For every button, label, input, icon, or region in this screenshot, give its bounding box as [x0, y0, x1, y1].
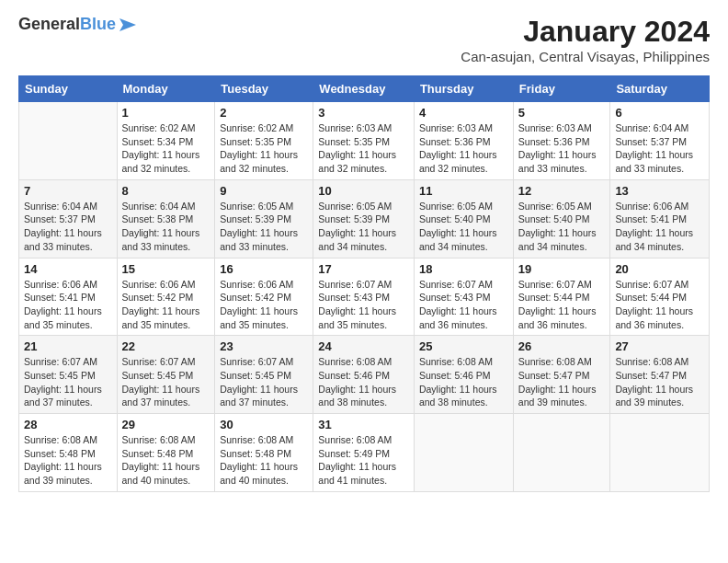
day-number: 11	[419, 184, 508, 198]
calendar-cell: 28Sunrise: 6:08 AMSunset: 5:48 PMDayligh…	[19, 414, 118, 492]
calendar-cell: 13Sunrise: 6:06 AMSunset: 5:41 PMDayligh…	[610, 179, 710, 258]
day-info: Sunrise: 6:04 AMSunset: 5:37 PMDaylight:…	[24, 200, 112, 254]
day-number: 27	[615, 339, 704, 353]
day-info: Sunrise: 6:06 AMSunset: 5:41 PMDaylight:…	[615, 200, 704, 254]
calendar-cell: 23Sunrise: 6:07 AMSunset: 5:45 PMDayligh…	[215, 336, 313, 414]
day-number: 7	[24, 184, 112, 198]
day-number: 18	[419, 262, 508, 276]
calendar-cell: 19Sunrise: 6:07 AMSunset: 5:44 PMDayligh…	[513, 258, 610, 336]
day-number: 26	[518, 339, 606, 353]
calendar-cell: 24Sunrise: 6:08 AMSunset: 5:46 PMDayligh…	[313, 336, 415, 414]
day-info: Sunrise: 6:05 AMSunset: 5:39 PMDaylight:…	[318, 200, 409, 254]
day-info: Sunrise: 6:04 AMSunset: 5:37 PMDaylight:…	[615, 121, 704, 176]
logo-icon	[118, 17, 138, 33]
week-row-2: 7Sunrise: 6:04 AMSunset: 5:37 PMDaylight…	[19, 179, 710, 258]
day-number: 14	[24, 262, 112, 276]
calendar-cell: 10Sunrise: 6:05 AMSunset: 5:39 PMDayligh…	[313, 179, 415, 258]
calendar-cell: 20Sunrise: 6:07 AMSunset: 5:44 PMDayligh…	[610, 258, 710, 336]
calendar-cell: 31Sunrise: 6:08 AMSunset: 5:49 PMDayligh…	[313, 414, 415, 492]
calendar-cell: 2Sunrise: 6:02 AMSunset: 5:35 PMDaylight…	[215, 102, 313, 180]
day-info: Sunrise: 6:08 AMSunset: 5:47 PMDaylight:…	[518, 355, 606, 409]
weekday-header-thursday: Thursday	[414, 76, 513, 102]
weekday-header-row: SundayMondayTuesdayWednesdayThursdayFrid…	[19, 76, 710, 102]
day-number: 23	[220, 339, 308, 353]
day-number: 28	[24, 418, 112, 431]
weekday-header-tuesday: Tuesday	[215, 76, 313, 102]
day-number: 21	[24, 339, 112, 353]
calendar-cell: 3Sunrise: 6:03 AMSunset: 5:35 PMDaylight…	[313, 102, 415, 180]
weekday-header-friday: Friday	[513, 76, 610, 102]
calendar-cell: 1Sunrise: 6:02 AMSunset: 5:34 PMDaylight…	[117, 102, 215, 180]
day-number: 10	[318, 184, 409, 198]
day-number: 25	[419, 339, 508, 353]
calendar-cell: 30Sunrise: 6:08 AMSunset: 5:48 PMDayligh…	[215, 414, 313, 492]
logo: GeneralBlue	[18, 15, 138, 34]
day-info: Sunrise: 6:05 AMSunset: 5:39 PMDaylight:…	[220, 200, 308, 254]
day-info: Sunrise: 6:02 AMSunset: 5:34 PMDaylight:…	[122, 121, 210, 176]
day-number: 19	[518, 262, 606, 276]
calendar-cell: 12Sunrise: 6:05 AMSunset: 5:40 PMDayligh…	[513, 179, 610, 258]
calendar-cell: 6Sunrise: 6:04 AMSunset: 5:37 PMDaylight…	[610, 102, 710, 180]
calendar-table: SundayMondayTuesdayWednesdayThursdayFrid…	[18, 75, 710, 492]
week-row-1: 1Sunrise: 6:02 AMSunset: 5:34 PMDaylight…	[19, 102, 710, 180]
calendar-cell	[19, 102, 118, 180]
day-info: Sunrise: 6:04 AMSunset: 5:38 PMDaylight:…	[122, 200, 210, 254]
day-info: Sunrise: 6:07 AMSunset: 5:45 PMDaylight:…	[122, 355, 210, 409]
location-title: Can-asujan, Central Visayas, Philippines	[461, 49, 710, 64]
day-info: Sunrise: 6:06 AMSunset: 5:42 PMDaylight:…	[122, 278, 210, 332]
calendar-cell: 14Sunrise: 6:06 AMSunset: 5:41 PMDayligh…	[19, 258, 118, 336]
calendar-cell: 18Sunrise: 6:07 AMSunset: 5:43 PMDayligh…	[414, 258, 513, 336]
day-number: 9	[220, 184, 308, 198]
day-info: Sunrise: 6:08 AMSunset: 5:48 PMDaylight:…	[24, 433, 112, 488]
day-info: Sunrise: 6:07 AMSunset: 5:43 PMDaylight:…	[318, 278, 409, 332]
calendar-cell: 8Sunrise: 6:04 AMSunset: 5:38 PMDaylight…	[117, 179, 215, 258]
day-number: 5	[518, 106, 606, 120]
calendar-cell: 29Sunrise: 6:08 AMSunset: 5:48 PMDayligh…	[117, 414, 215, 492]
day-number: 20	[615, 262, 704, 276]
day-info: Sunrise: 6:07 AMSunset: 5:45 PMDaylight:…	[24, 355, 112, 409]
calendar-cell: 27Sunrise: 6:08 AMSunset: 5:47 PMDayligh…	[610, 336, 710, 414]
day-info: Sunrise: 6:08 AMSunset: 5:48 PMDaylight:…	[122, 433, 210, 488]
calendar-cell: 16Sunrise: 6:06 AMSunset: 5:42 PMDayligh…	[215, 258, 313, 336]
calendar-cell: 22Sunrise: 6:07 AMSunset: 5:45 PMDayligh…	[117, 336, 215, 414]
weekday-header-saturday: Saturday	[610, 76, 710, 102]
day-info: Sunrise: 6:03 AMSunset: 5:36 PMDaylight:…	[518, 121, 606, 176]
day-number: 17	[318, 262, 409, 276]
calendar-cell	[610, 414, 710, 492]
calendar-cell: 15Sunrise: 6:06 AMSunset: 5:42 PMDayligh…	[117, 258, 215, 336]
day-info: Sunrise: 6:07 AMSunset: 5:44 PMDaylight:…	[615, 278, 704, 332]
day-number: 12	[518, 184, 606, 198]
day-info: Sunrise: 6:07 AMSunset: 5:44 PMDaylight:…	[518, 278, 606, 332]
day-info: Sunrise: 6:05 AMSunset: 5:40 PMDaylight:…	[518, 200, 606, 254]
week-row-3: 14Sunrise: 6:06 AMSunset: 5:41 PMDayligh…	[19, 258, 710, 336]
day-info: Sunrise: 6:02 AMSunset: 5:35 PMDaylight:…	[220, 121, 308, 176]
calendar-cell: 7Sunrise: 6:04 AMSunset: 5:37 PMDaylight…	[19, 179, 118, 258]
calendar-cell	[414, 414, 513, 492]
day-number: 16	[220, 262, 308, 276]
day-info: Sunrise: 6:03 AMSunset: 5:36 PMDaylight:…	[419, 121, 508, 176]
day-number: 3	[318, 106, 409, 120]
week-row-5: 28Sunrise: 6:08 AMSunset: 5:48 PMDayligh…	[19, 414, 710, 492]
day-info: Sunrise: 6:08 AMSunset: 5:49 PMDaylight:…	[318, 433, 409, 488]
weekday-header-monday: Monday	[117, 76, 215, 102]
page-header: GeneralBlue January 2024 Can-asujan, Cen…	[18, 15, 710, 64]
day-info: Sunrise: 6:07 AMSunset: 5:45 PMDaylight:…	[220, 355, 308, 409]
calendar-cell: 26Sunrise: 6:08 AMSunset: 5:47 PMDayligh…	[513, 336, 610, 414]
calendar-cell: 9Sunrise: 6:05 AMSunset: 5:39 PMDaylight…	[215, 179, 313, 258]
day-number: 2	[220, 106, 308, 120]
month-title: January 2024	[461, 15, 710, 49]
calendar-cell	[513, 414, 610, 492]
week-row-4: 21Sunrise: 6:07 AMSunset: 5:45 PMDayligh…	[19, 336, 710, 414]
calendar-cell: 4Sunrise: 6:03 AMSunset: 5:36 PMDaylight…	[414, 102, 513, 180]
day-number: 8	[122, 184, 210, 198]
day-info: Sunrise: 6:08 AMSunset: 5:47 PMDaylight:…	[615, 355, 704, 409]
day-number: 1	[122, 106, 210, 120]
weekday-header-sunday: Sunday	[19, 76, 118, 102]
day-number: 15	[122, 262, 210, 276]
day-number: 24	[318, 339, 409, 353]
day-info: Sunrise: 6:08 AMSunset: 5:46 PMDaylight:…	[419, 355, 508, 409]
day-info: Sunrise: 6:06 AMSunset: 5:42 PMDaylight:…	[220, 278, 308, 332]
weekday-header-wednesday: Wednesday	[313, 76, 415, 102]
day-number: 29	[122, 418, 210, 431]
calendar-cell: 5Sunrise: 6:03 AMSunset: 5:36 PMDaylight…	[513, 102, 610, 180]
